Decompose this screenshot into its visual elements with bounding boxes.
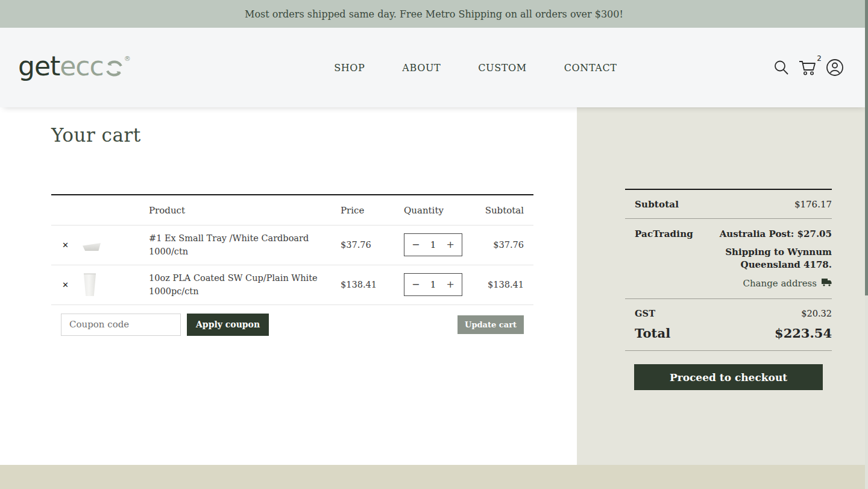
quantity-stepper: − 1 +	[404, 273, 462, 296]
product-price: $37.76	[330, 240, 393, 250]
col-header-product: Product	[149, 205, 330, 216]
cart-icon[interactable]: 2	[798, 59, 817, 76]
remove-item-button[interactable]: ✕	[51, 238, 69, 252]
promo-banner-text: Most orders shipped same day. Free Metro…	[245, 8, 623, 20]
scrollbar-thumb[interactable]	[865, 0, 868, 295]
gst-value: $20.32	[801, 309, 832, 318]
cart-row-tray: ✕ #1 Ex Small Tray /White Cardboard 1000…	[51, 226, 533, 265]
order-summary: Subtotal $176.17 PacTrading Australia Po…	[625, 189, 832, 390]
header-icons: 2	[773, 58, 844, 77]
quantity-decrease-button[interactable]: −	[412, 240, 420, 250]
main-area: Your cart Product Price Quantity Subtota…	[0, 107, 868, 465]
total-row: Total $223.54	[625, 322, 832, 351]
nav-item-about[interactable]: ABOUT	[402, 62, 441, 74]
order-summary-sidebar: Subtotal $176.17 PacTrading Australia Po…	[577, 107, 868, 465]
shipping-carrier-label: PacTrading	[635, 229, 693, 239]
col-header-price: Price	[330, 205, 393, 216]
delivery-truck-icon	[822, 277, 832, 290]
logo-text-light: ecc	[60, 53, 103, 80]
line-subtotal: $138.41	[483, 280, 533, 289]
quantity-increase-button[interactable]: +	[447, 240, 454, 250]
change-address-link[interactable]: Change address	[743, 277, 832, 290]
site-header: getecc ® SHOP ABOUT CUSTOM CONTACT	[0, 28, 868, 107]
account-icon[interactable]	[826, 58, 844, 77]
change-address-label: Change address	[743, 277, 817, 290]
quantity-value[interactable]: 1	[430, 279, 436, 290]
shipping-method: Australia Post: $27.05	[720, 229, 832, 239]
search-icon[interactable]	[773, 59, 790, 76]
subtotal-label: Subtotal	[635, 199, 679, 210]
subtotal-value: $176.17	[794, 199, 832, 210]
subtotal-row: Subtotal $176.17	[625, 190, 832, 219]
main-nav: SHOP ABOUT CUSTOM CONTACT	[286, 62, 617, 74]
tray-image	[83, 243, 101, 251]
gst-label: GST	[635, 308, 655, 318]
page-title: Your cart	[51, 124, 577, 146]
footer-strip	[0, 465, 868, 489]
registered-mark: ®	[124, 55, 130, 62]
cart-content: Your cart Product Price Quantity Subtota…	[0, 107, 577, 465]
quantity-value[interactable]: 1	[430, 239, 436, 250]
cart-table: Product Price Quantity Subtotal ✕ #1 Ex …	[51, 194, 533, 305]
shipping-destination-line1: Shipping to Wynnum	[725, 246, 832, 259]
quantity-increase-button[interactable]: +	[447, 280, 454, 289]
proceed-to-checkout-button[interactable]: Proceed to checkout	[634, 364, 823, 390]
cart-count-badge: 2	[817, 54, 822, 63]
cup-image	[83, 273, 97, 296]
recycle-o-icon	[104, 53, 124, 83]
quantity-stepper: − 1 +	[404, 233, 462, 256]
product-name[interactable]: 10oz PLA Coated SW Cup/Plain White 1000p…	[149, 265, 330, 304]
product-name[interactable]: #1 Ex Small Tray /White Cardboard 1000/c…	[149, 226, 330, 265]
col-header-quantity: Quantity	[393, 205, 483, 216]
total-label: Total	[635, 326, 671, 341]
logo-text-dark: get	[18, 53, 60, 80]
gst-row: GST $20.32	[625, 299, 832, 322]
col-header-subtotal: Subtotal	[483, 205, 533, 216]
shipping-details: Australia Post: $27.05 Shipping to Wynnu…	[720, 228, 832, 290]
quantity-decrease-button[interactable]: −	[412, 280, 420, 289]
coupon-code-input[interactable]	[61, 314, 181, 336]
product-price: $138.41	[330, 280, 393, 289]
product-thumbnail-cup[interactable]	[77, 273, 149, 296]
update-cart-button[interactable]: Update cart	[458, 315, 524, 334]
page-scrollbar[interactable]	[865, 0, 868, 489]
line-subtotal: $37.76	[483, 240, 533, 250]
nav-item-custom[interactable]: CUSTOM	[478, 62, 526, 74]
nav-item-contact[interactable]: CONTACT	[564, 62, 617, 74]
nav-item-shop[interactable]: SHOP	[334, 62, 365, 74]
total-value: $223.54	[775, 326, 832, 341]
shipping-row: PacTrading Australia Post: $27.05 Shippi…	[625, 219, 832, 299]
cart-table-header: Product Price Quantity Subtotal	[51, 195, 533, 226]
promo-banner: Most orders shipped same day. Free Metro…	[0, 0, 868, 28]
product-thumbnail-tray[interactable]	[77, 239, 149, 251]
site-logo[interactable]: getecc ®	[18, 53, 130, 83]
cart-row-cup: ✕ 10oz PLA Coated SW Cup/Plain White 100…	[51, 265, 533, 305]
coupon-row: Apply coupon Update cart	[51, 314, 524, 336]
remove-item-button[interactable]: ✕	[51, 278, 69, 292]
apply-coupon-button[interactable]: Apply coupon	[187, 314, 269, 336]
shipping-destination-line2: Queensland 4178.	[741, 259, 832, 270]
